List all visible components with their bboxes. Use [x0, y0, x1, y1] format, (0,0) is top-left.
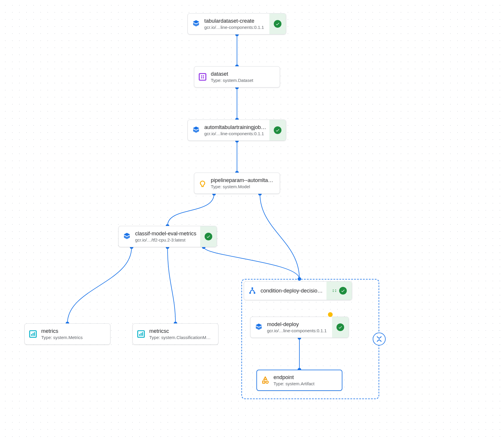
- status-success: [269, 120, 286, 140]
- node-subtitle: Type: system.Metrics: [41, 335, 108, 340]
- node-title: tabulardataset-create: [204, 18, 267, 24]
- component-icon: [119, 226, 135, 247]
- node-condition-deploy[interactable]: condition-deploy-decisio…: [244, 281, 352, 300]
- node-title: pipelineparam--automlta…: [211, 177, 277, 184]
- svg-rect-27: [139, 334, 140, 336]
- svg-rect-17: [199, 74, 206, 80]
- svg-rect-21: [203, 77, 204, 78]
- svg-point-32: [254, 292, 256, 294]
- expand-icon: [331, 288, 337, 294]
- svg-rect-33: [263, 381, 265, 384]
- warning-indicator: [328, 312, 333, 317]
- node-subtitle: gcr.io/…line-components:0.1.1: [204, 25, 267, 30]
- svg-point-30: [251, 287, 253, 289]
- component-icon: [188, 120, 204, 140]
- condition-icon: [244, 282, 261, 300]
- node-subtitle: gcr.io/…/tf2-cpu.2-3:latest: [135, 237, 198, 242]
- model-icon: [194, 173, 211, 194]
- node-subtitle: Type: system.Model: [211, 184, 277, 189]
- node-title: condition-deploy-decisio…: [261, 288, 324, 294]
- node-subtitle: Type: system.Dataset: [211, 78, 277, 83]
- svg-rect-20: [201, 77, 202, 78]
- svg-point-34: [266, 381, 268, 383]
- metrics-icon: [25, 324, 41, 344]
- metrics-icon: [133, 324, 149, 344]
- artifact-icon: [257, 370, 273, 390]
- svg-rect-23: [31, 334, 32, 336]
- svg-point-31: [249, 292, 251, 294]
- node-title: classif-model-eval-metrics: [135, 231, 198, 237]
- check-icon: [336, 323, 344, 331]
- node-subtitle: gcr.io/…line-components:0.1.1: [204, 131, 267, 136]
- node-metricsc[interactable]: metricsc Type: system.ClassificationM…: [132, 323, 218, 345]
- status-success: [326, 282, 352, 300]
- node-endpoint[interactable]: endpoint Type: system.Artifact: [256, 370, 342, 391]
- node-title: dataset: [211, 71, 277, 77]
- node-title: automltabulartrainingjob…: [204, 124, 267, 130]
- svg-rect-19: [203, 75, 204, 77]
- node-model-deploy[interactable]: model-deploy gcr.io/…line-components:0.1…: [250, 317, 349, 338]
- svg-rect-25: [34, 332, 35, 336]
- svg-rect-18: [201, 75, 202, 77]
- node-subtitle: gcr.io/…line-components:0.1.1: [267, 328, 330, 333]
- chevron-down-icon: [377, 336, 382, 339]
- check-icon: [274, 126, 281, 134]
- svg-rect-24: [33, 333, 34, 336]
- component-icon: [251, 317, 267, 338]
- svg-rect-29: [142, 332, 143, 336]
- component-icon: [188, 14, 204, 34]
- dataset-icon: [194, 67, 211, 87]
- node-subtitle: Type: system.ClassificationM…: [149, 335, 216, 340]
- collapse-group-button[interactable]: [373, 333, 386, 346]
- node-automl-training[interactable]: automltabulartrainingjob… gcr.io/…line-c…: [188, 120, 286, 141]
- node-pipelineparam[interactable]: pipelineparam--automlta… Type: system.Mo…: [194, 173, 280, 194]
- status-success: [332, 317, 349, 338]
- node-title: metricsc: [149, 328, 216, 334]
- check-icon: [274, 20, 281, 28]
- node-title: model-deploy: [267, 321, 330, 328]
- node-title: endpoint: [273, 374, 339, 381]
- node-subtitle: Type: system.Artifact: [273, 381, 339, 386]
- chevron-up-icon: [377, 339, 382, 342]
- node-metrics[interactable]: metrics Type: system.Metrics: [24, 323, 110, 345]
- node-tabulardataset-create[interactable]: tabulardataset-create gcr.io/…line-compo…: [188, 13, 286, 34]
- node-title: metrics: [41, 328, 108, 334]
- node-dataset[interactable]: dataset Type: system.Dataset: [194, 66, 280, 87]
- check-icon: [205, 233, 212, 240]
- pipeline-graph-canvas[interactable]: tabulardataset-create gcr.io/…line-compo…: [0, 0, 504, 443]
- svg-rect-28: [141, 333, 142, 336]
- status-success: [200, 226, 217, 247]
- check-icon: [339, 287, 347, 295]
- node-classif-eval[interactable]: classif-model-eval-metrics gcr.io/…/tf2-…: [118, 226, 217, 247]
- status-success: [269, 14, 286, 34]
